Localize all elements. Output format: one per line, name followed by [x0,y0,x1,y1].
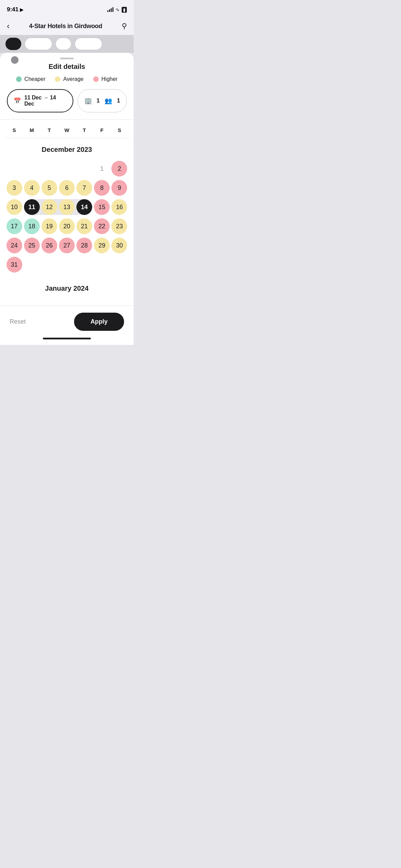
day-14-end[interactable]: 14 [76,199,92,215]
day-20[interactable]: 20 [59,218,75,234]
filter-chips-area [0,35,134,53]
filter-chip-2[interactable] [56,38,71,50]
day-1[interactable]: 1 [94,161,110,177]
higher-label: Higher [101,76,118,82]
day-11-start[interactable]: 11 [24,199,40,215]
cal-day-7[interactable]: 7 [76,179,93,197]
cal-day-13[interactable]: 13 [58,198,75,216]
cal-day-5[interactable]: 5 [40,179,58,197]
cal-day-24[interactable]: 24 [5,237,23,254]
day-8[interactable]: 8 [94,180,110,196]
day-21[interactable]: 21 [76,218,92,234]
day-10[interactable]: 10 [7,199,22,215]
guests-count: 1 [117,97,120,104]
day-24[interactable]: 24 [7,238,22,253]
cal-day-8[interactable]: 8 [93,179,111,197]
day-28[interactable]: 28 [76,238,92,253]
cal-day-6[interactable]: 6 [58,179,75,197]
cal-day-12[interactable]: 12 [40,198,58,216]
cal-day-23[interactable]: 23 [111,217,128,235]
average-dot [55,76,60,82]
cal-day-9[interactable]: 9 [111,179,128,197]
day-22[interactable]: 22 [94,218,110,234]
month-january: January 2024 [5,277,128,299]
date-selector[interactable]: 📅 11 Dec → 14 Dec [7,89,73,112]
cal-empty-4 [58,160,75,178]
day-30[interactable]: 30 [111,238,127,253]
day-23[interactable]: 23 [111,218,127,234]
reset-button[interactable]: Reset [10,315,26,329]
cal-day-22[interactable]: 22 [93,217,111,235]
day-19[interactable]: 19 [41,218,57,234]
day-6[interactable]: 6 [59,180,75,196]
back-button[interactable]: ‹ [7,21,10,31]
cal-day-3[interactable]: 3 [5,179,23,197]
cal-day-29[interactable]: 29 [93,237,111,254]
cal-day-26[interactable]: 26 [40,237,58,254]
calendar-section[interactable]: December 2023 1 2 3 4 5 [0,138,134,305]
bottom-footer: Reset Apply [0,305,134,335]
cal-day-19[interactable]: 19 [40,217,58,235]
day-12[interactable]: 12 [41,199,57,215]
filter-chip-selected[interactable] [5,38,21,50]
search-icon[interactable]: ⚲ [122,22,127,30]
home-indicator [0,335,134,345]
day-25[interactable]: 25 [24,238,40,253]
day-17[interactable]: 17 [7,218,22,234]
sheet-handle [60,58,74,59]
day-4[interactable]: 4 [24,180,40,196]
december-grid: 1 2 3 4 5 6 7 8 [5,160,128,274]
cal-day-18[interactable]: 18 [23,217,40,235]
guests-icon: 👥 [105,97,112,105]
day-18[interactable]: 18 [24,218,40,234]
day-29[interactable]: 29 [94,238,110,253]
cal-day-4[interactable]: 4 [23,179,40,197]
dow-fri: F [93,125,111,135]
day-3[interactable]: 3 [7,180,22,196]
cal-empty-5 [76,160,93,178]
day-26[interactable]: 26 [41,238,57,253]
day-5[interactable]: 5 [41,180,57,196]
guest-selector[interactable]: 🏢 1 👥 1 [77,89,127,112]
day-13[interactable]: 13 [59,199,75,215]
signal-icon [107,7,113,12]
filter-chip-3[interactable] [75,38,102,50]
cal-empty-3 [40,160,58,178]
sheet-title: Edit details [0,61,134,76]
cal-day-14[interactable]: 14 [76,198,93,216]
cal-day-30[interactable]: 30 [111,237,128,254]
cal-day-31[interactable]: 31 [5,256,23,274]
cheaper-dot [16,76,22,82]
cal-day-21[interactable]: 21 [76,217,93,235]
filter-chip-1[interactable] [25,38,52,50]
location-icon: ▶ [20,7,23,12]
cal-day-28[interactable]: 28 [76,237,93,254]
cal-day-20[interactable]: 20 [58,217,75,235]
cal-day-11[interactable]: 11 [23,198,40,216]
apply-button[interactable]: Apply [74,313,124,331]
cal-day-15[interactable]: 15 [93,198,111,216]
day-9[interactable]: 9 [111,180,127,196]
cal-day-2[interactable]: 2 [111,160,128,178]
legend-average: Average [55,76,83,82]
cal-empty-8 [58,256,75,274]
day-27[interactable]: 27 [59,238,75,253]
cal-day-1[interactable]: 1 [93,160,111,178]
nav-bar: ‹ 4-Star Hotels in Girdwood ⚲ [0,17,134,35]
sheet-handle-area [0,53,134,61]
day-31[interactable]: 31 [7,257,22,273]
cal-day-17[interactable]: 17 [5,217,23,235]
calendar-icon: 📅 [14,97,21,105]
day-16[interactable]: 16 [111,199,127,215]
cal-day-16[interactable]: 16 [111,198,128,216]
cal-day-25[interactable]: 25 [23,237,40,254]
dow-mon: M [23,125,40,135]
day-7[interactable]: 7 [76,180,92,196]
bed-icon: 🏢 [84,97,92,105]
day-15[interactable]: 15 [94,199,110,215]
month-december: December 2023 [5,138,128,160]
cal-day-10[interactable]: 10 [5,198,23,216]
cal-empty-7 [40,256,58,274]
day-2[interactable]: 2 [111,161,127,177]
cal-day-27[interactable]: 27 [58,237,75,254]
